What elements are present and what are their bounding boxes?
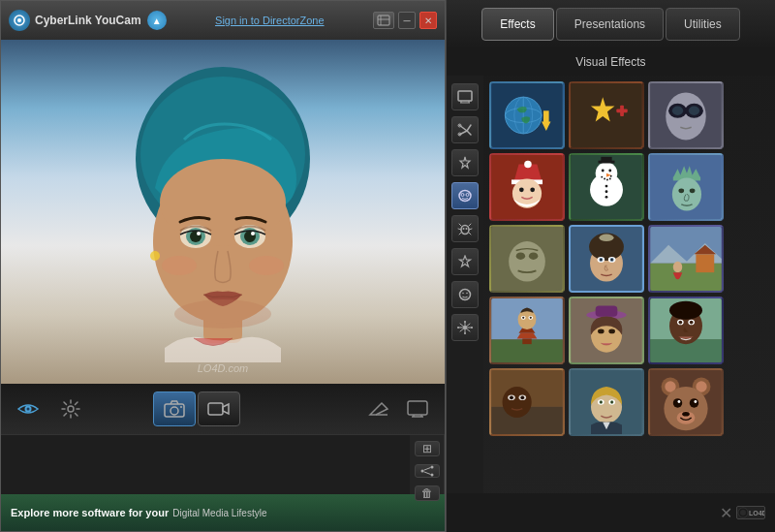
effect-santa[interactable] xyxy=(489,153,565,221)
svg-point-86 xyxy=(608,170,611,172)
svg-rect-122 xyxy=(522,338,531,344)
svg-point-17 xyxy=(251,232,255,235)
svg-point-76 xyxy=(524,161,532,169)
effect-man-portrait[interactable] xyxy=(648,297,724,364)
effect-alien[interactable] xyxy=(648,81,724,149)
svg-rect-130 xyxy=(596,306,618,317)
svg-point-85 xyxy=(602,170,604,172)
svg-point-77 xyxy=(512,179,542,208)
svg-point-21 xyxy=(174,299,271,329)
effect-woman-hat[interactable] xyxy=(569,297,644,364)
snowflake-effect-icon[interactable] xyxy=(451,314,479,341)
effects-row-5 xyxy=(489,368,769,436)
right-panel: Effects Presentations Utilities Visual E… xyxy=(446,0,775,532)
svg-point-89 xyxy=(606,179,608,181)
svg-line-36 xyxy=(423,468,430,471)
svg-point-57 xyxy=(471,327,473,329)
svg-point-133 xyxy=(608,329,615,334)
svg-point-92 xyxy=(605,185,608,188)
svg-point-55 xyxy=(464,332,466,334)
directorzone-button[interactable] xyxy=(373,12,394,29)
sparkle-effect-icon[interactable] xyxy=(451,149,479,176)
screen-button[interactable] xyxy=(402,393,433,424)
smiley-effect-icon[interactable] xyxy=(451,281,479,308)
close-right-button[interactable]: ✕ xyxy=(715,502,736,523)
svg-point-48 xyxy=(463,228,465,230)
photo-capture-button[interactable] xyxy=(153,391,196,426)
lo4d-logo: LO4D xyxy=(736,506,765,519)
avatar-container xyxy=(1,40,445,384)
controls-bar xyxy=(1,384,445,434)
snapshot-icon[interactable]: ⊞ xyxy=(415,441,440,456)
svg-point-73 xyxy=(689,107,699,115)
svg-point-26 xyxy=(170,407,178,415)
tab-effects[interactable]: Effects xyxy=(481,8,553,41)
eye-button[interactable] xyxy=(13,393,44,424)
svg-point-146 xyxy=(503,387,532,418)
effect-stone[interactable] xyxy=(489,225,565,293)
effect-old-man[interactable] xyxy=(489,368,565,436)
svg-point-99 xyxy=(690,188,696,193)
status-bar: Explore more software for your Digital M… xyxy=(1,494,445,531)
mask-effect-icon[interactable] xyxy=(451,182,479,209)
title-bar-center: Sign in to DirectorZone xyxy=(172,15,367,26)
status-text-bold: Explore more software for your xyxy=(11,507,169,518)
svg-point-138 xyxy=(669,301,702,320)
creature-effect-icon[interactable] xyxy=(451,215,479,242)
update-button[interactable]: ▲ xyxy=(147,11,167,30)
svg-point-24 xyxy=(68,406,74,412)
effect-globe[interactable] xyxy=(489,81,565,149)
svg-point-118 xyxy=(673,262,682,272)
svg-point-167 xyxy=(690,398,698,407)
effect-star-add[interactable] xyxy=(569,81,644,149)
effect-teddy[interactable] xyxy=(648,368,724,436)
effect-portrait-selected[interactable] xyxy=(569,225,644,293)
minimize-button[interactable]: ─ xyxy=(398,12,416,29)
svg-point-98 xyxy=(678,188,684,193)
svg-rect-28 xyxy=(208,403,223,415)
svg-point-51 xyxy=(462,293,464,295)
video-capture-button[interactable] xyxy=(198,391,240,426)
svg-point-23 xyxy=(27,408,30,411)
svg-point-87 xyxy=(601,176,603,178)
svg-point-49 xyxy=(466,228,468,230)
close-button[interactable]: ✕ xyxy=(419,12,437,29)
svg-rect-2 xyxy=(378,16,389,25)
effect-blond-man[interactable] xyxy=(569,368,644,436)
sign-in-link[interactable]: Sign in to DirectorZone xyxy=(215,15,325,26)
svg-point-45 xyxy=(461,194,464,197)
scissors-effect-icon[interactable] xyxy=(451,116,479,143)
title-bar: CyberLink YouCam ▲ Sign in to DirectorZo… xyxy=(1,1,445,40)
svg-point-91 xyxy=(610,175,612,177)
tabs-bar: Effects Presentations Utilities xyxy=(447,0,775,48)
svg-point-50 xyxy=(460,290,471,300)
svg-rect-38 xyxy=(458,91,472,101)
delete-icon[interactable]: 🗑 xyxy=(415,485,440,501)
svg-point-141 xyxy=(678,321,682,325)
svg-point-18 xyxy=(162,256,197,275)
share-icon[interactable] xyxy=(415,464,440,478)
svg-point-46 xyxy=(466,194,469,197)
svg-point-102 xyxy=(516,252,525,260)
svg-point-90 xyxy=(609,178,611,180)
eraser-button[interactable] xyxy=(363,393,394,424)
video-preview: LO4D.com xyxy=(1,40,445,384)
svg-point-127 xyxy=(530,317,532,319)
effect-man-landscape[interactable] xyxy=(489,297,565,364)
effect-snowman[interactable] xyxy=(569,153,644,221)
svg-point-123 xyxy=(518,309,537,329)
frame-effect-icon[interactable] xyxy=(451,83,479,110)
svg-point-13 xyxy=(197,232,201,235)
tab-utilities[interactable]: Utilities xyxy=(666,8,740,41)
tab-presentations[interactable]: Presentations xyxy=(556,8,664,41)
status-text-sub: Digital Media Lifestyle xyxy=(172,508,266,518)
settings-button[interactable] xyxy=(55,393,86,424)
svg-point-93 xyxy=(605,190,608,193)
svg-rect-117 xyxy=(696,254,714,272)
flower-effect-icon[interactable] xyxy=(451,248,479,275)
effect-liberty[interactable] xyxy=(648,153,724,221)
svg-rect-84 xyxy=(601,157,611,163)
effect-landscape[interactable] xyxy=(648,225,724,293)
app-title: CyberLink YouCam xyxy=(35,14,141,27)
svg-point-1 xyxy=(17,18,21,22)
